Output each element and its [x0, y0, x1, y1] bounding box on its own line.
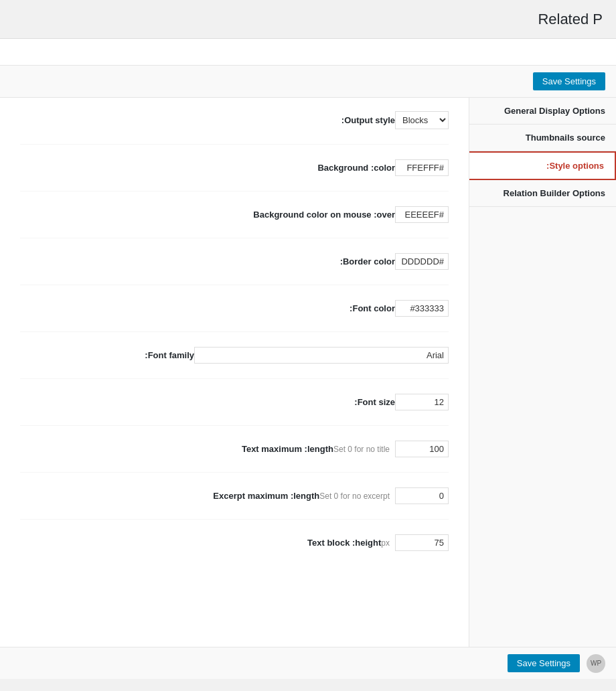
sidebar-item-thumbnails-label: Thumbnails source	[526, 133, 605, 143]
sidebar-item-style-options-label: :Style options	[546, 161, 604, 171]
sidebar-item-relation-builder[interactable]: Relation Builder Options	[469, 180, 616, 207]
font-size-label: :Font size	[288, 397, 395, 407]
save-settings-button-top[interactable]: Save Settings	[533, 72, 605, 90]
top-toolbar: Save Settings	[0, 66, 616, 98]
text-block-height-group: px	[381, 534, 449, 551]
bottom-toolbar: Save Settings WP	[0, 647, 616, 679]
sidebar-item-style-options[interactable]: :Style options	[469, 151, 616, 180]
excerpt-max-length-hint: Set 0 for no excerpt	[319, 491, 390, 501]
font-family-input[interactable]	[194, 347, 449, 364]
sidebar-item-general-display[interactable]: General Display Options	[469, 98, 616, 125]
border-color-label: :Border color	[288, 256, 395, 266]
font-family-label: :Font family	[87, 350, 194, 360]
bg-hover-color-label: Background color on mouse :over	[253, 210, 395, 220]
border-color-input[interactable]	[395, 253, 449, 270]
font-size-input[interactable]	[395, 394, 449, 410]
sub-header-bar	[0, 39, 616, 66]
sidebar-item-relation-builder-label: Relation Builder Options	[504, 188, 605, 198]
page-title: Related P	[538, 11, 603, 28]
excerpt-max-length-input[interactable]	[395, 487, 449, 504]
content-area: :Output style Blocks Background :color B…	[0, 98, 469, 647]
text-max-length-label: Text maximum :length	[226, 444, 333, 454]
bg-color-input[interactable]	[395, 159, 449, 176]
font-color-label: :Font color	[288, 303, 395, 313]
text-block-height-suffix: px	[381, 538, 390, 548]
form-row-excerpt-max-length: Excerpt maximum :length Set 0 for no exc…	[20, 487, 449, 520]
form-row-font-family: :Font family	[20, 347, 449, 379]
wordpress-logo: WP	[587, 654, 605, 673]
form-row-bg-color: Background :color	[20, 159, 449, 191]
save-settings-button-bottom[interactable]: Save Settings	[508, 654, 580, 672]
form-row-output-style: :Output style Blocks	[20, 111, 449, 145]
form-row-font-size: :Font size	[20, 394, 449, 426]
form-row-bg-hover-color: Background color on mouse :over	[20, 206, 449, 238]
excerpt-max-length-group: Set 0 for no excerpt	[319, 487, 449, 504]
output-style-label: :Output style	[288, 115, 395, 125]
form-row-text-block-height: Text block :height px	[20, 534, 449, 566]
font-color-input[interactable]	[395, 300, 449, 317]
form-row-text-max-length: Text maximum :length Set 0 for no title	[20, 441, 449, 473]
page-header: Related P	[0, 0, 616, 39]
excerpt-max-length-label: Excerpt maximum :length	[212, 491, 319, 501]
form-row-font-color: :Font color	[20, 300, 449, 332]
main-layout: :Output style Blocks Background :color B…	[0, 98, 616, 647]
sidebar: General Display Options Thumbnails sourc…	[469, 98, 616, 647]
text-max-length-input[interactable]	[395, 441, 449, 457]
output-style-select[interactable]: Blocks	[395, 111, 449, 129]
form-row-border-color: :Border color	[20, 253, 449, 285]
bg-hover-color-input[interactable]	[395, 206, 449, 223]
bg-color-label: Background :color	[288, 163, 395, 173]
text-block-height-label: Text block :height	[274, 538, 381, 548]
text-max-length-hint: Set 0 for no title	[333, 445, 390, 454]
sidebar-item-thumbnails-source[interactable]: Thumbnails source	[469, 125, 616, 151]
text-block-height-input[interactable]	[395, 534, 449, 551]
sidebar-item-general-display-label: General Display Options	[504, 106, 605, 116]
text-max-length-group: Set 0 for no title	[333, 441, 449, 457]
